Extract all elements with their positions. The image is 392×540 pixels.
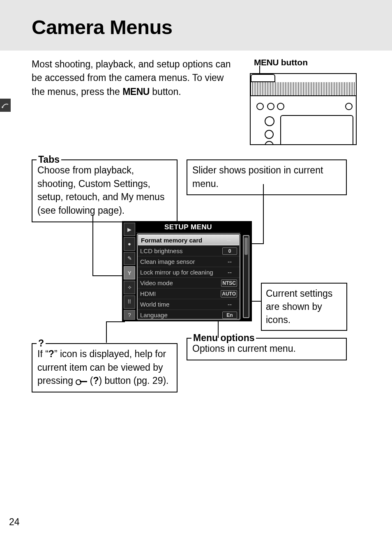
callout-menu-options: Menu options Options in current menu. [187, 338, 347, 360]
callout-tabs-text: Choose from playback, shooting, Custom S… [37, 165, 164, 216]
menu-list: Format memory card--LCD brightness0Clean… [137, 233, 240, 320]
camera-button [277, 103, 284, 110]
camera-prism [251, 74, 275, 82]
menu-row: Format memory card-- [138, 235, 239, 245]
menu-scrollbar-thumb [244, 238, 248, 255]
camera-setup-menu-screen: ▶●✎Y✧⠿? SETUP MENU Format memory card--L… [122, 221, 252, 321]
menu-row: HDMIAUTO [138, 288, 240, 299]
leader-line [263, 184, 264, 244]
menu-row: Lock mirror up for cleaning-- [138, 267, 240, 278]
camera-rear-screen [280, 115, 353, 145]
leader-line [92, 215, 93, 276]
menu-tab-icon: ✧ [124, 281, 135, 294]
menu-item-value: -- [221, 236, 236, 244]
menu-row: LCD brightness0 [138, 246, 240, 256]
page-title: Camera Menus [32, 16, 173, 39]
menu-item-name: Clean image sensor [140, 258, 222, 265]
camera-illustration [250, 73, 357, 145]
menu-item-name: Lock mirror up for cleaning [140, 269, 222, 276]
key-icon [76, 378, 87, 384]
menu-item-value: -- [222, 268, 237, 276]
page-side-tab-icon [0, 99, 11, 112]
page-number: 24 [9, 517, 20, 528]
callout-settings-text: Current settings are shown by icons. [266, 288, 332, 325]
callout-label-tabs: Tabs [37, 153, 61, 166]
callout-label-menu-options: Menu options [191, 331, 256, 345]
callout-menu-options-text: Options in current menu. [192, 343, 296, 354]
leader-line [106, 321, 107, 343]
menu-keyword-small: MENU [254, 58, 279, 67]
help-text-after: ) button (pg. 29). [99, 375, 168, 386]
menu-item-value: En [222, 312, 237, 319]
menu-tab-icon: Y [124, 266, 135, 279]
menu-item-name: HDMI [140, 290, 221, 297]
menu-item-name: LCD brightness [140, 247, 222, 254]
camera-button [256, 103, 264, 110]
menu-item-name: Video mode [140, 279, 221, 286]
camera-button [265, 130, 274, 139]
menu-item-value: -- [222, 300, 237, 308]
callout-slider: Slider shows position in current menu. [187, 159, 347, 195]
camera-button [265, 141, 274, 145]
menu-row: LanguageEn [138, 310, 240, 321]
menu-item-value: -- [222, 258, 237, 265]
intro-text-after: button. [150, 86, 181, 97]
menu-item-name: Language [140, 312, 222, 318]
menu-item-value: 0 [222, 247, 237, 255]
menu-item-value: AUTO [221, 290, 237, 298]
help-paren-q-icon: ? [93, 375, 99, 386]
menu-tab-icon: ⠿ [124, 295, 135, 309]
leader-line [218, 321, 219, 338]
menu-keyword: MENU [122, 86, 150, 97]
setup-menu-title: SETUP MENU [136, 221, 240, 233]
menu-item-name: Format memory card [141, 237, 221, 244]
menu-tab-icon: ▶ [124, 223, 135, 236]
callout-settings: Current settings are shown by icons. [261, 283, 347, 331]
menu-item-name: World time [140, 301, 222, 308]
menu-item-value: NTSC [221, 279, 237, 287]
menu-tab-strip: ▶●✎Y✧⠿? [124, 223, 135, 320]
menu-row: World time-- [138, 299, 240, 310]
callout-label-help: ? [37, 337, 46, 350]
menu-row: Video modeNTSC [138, 278, 240, 288]
menu-scrollbar-track [243, 235, 249, 318]
camera-button [345, 103, 353, 110]
camera-menu-button [265, 116, 274, 126]
help-q-icon: ? [48, 348, 54, 359]
menu-button-callout-label: MENU button [254, 58, 308, 67]
camera-top-texture [251, 82, 356, 96]
camera-button [267, 103, 274, 110]
intro-paragraph: Most shooting, playback, and setup optio… [32, 58, 237, 99]
callout-slider-text: Slider shows position in current menu. [192, 165, 323, 189]
leader-line [259, 66, 260, 73]
menu-row: Clean image sensor-- [138, 256, 240, 267]
help-text-before: If “ [37, 348, 48, 359]
menu-button-label-suffix: button [279, 58, 308, 67]
callout-tabs: Tabs Choose from playback, shooting, Cus… [32, 159, 178, 222]
leader-line [92, 275, 125, 276]
help-tab-icon: ? [124, 310, 135, 320]
svg-point-0 [2, 106, 3, 108]
leader-line [106, 321, 125, 322]
callout-help: ? If “?” icon is displayed, help for cur… [32, 343, 178, 392]
menu-tab-icon: ✎ [124, 252, 135, 265]
menu-tab-icon: ● [124, 237, 135, 250]
